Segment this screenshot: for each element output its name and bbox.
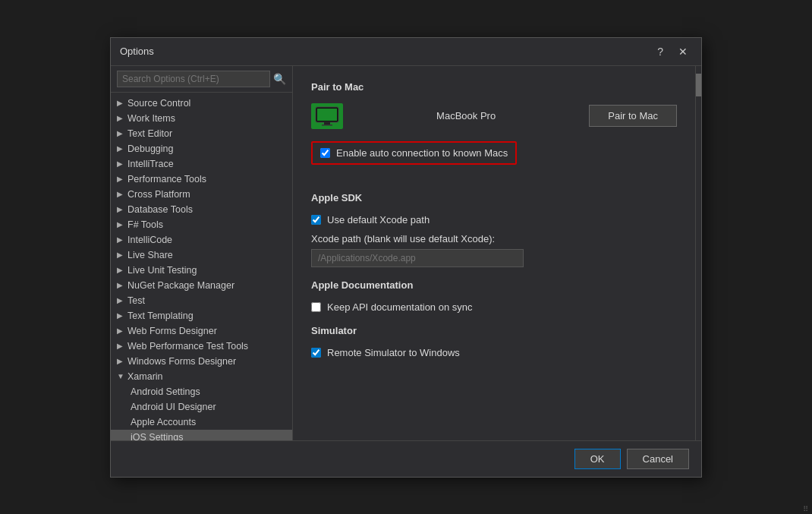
sidebar-item-label: Cross Platform: [127, 189, 190, 200]
keep-api-docs-label[interactable]: Keep API documentation on sync: [327, 301, 473, 313]
sidebar-item-text-editor[interactable]: ▶Text Editor: [111, 126, 292, 141]
sidebar-item-source-control[interactable]: ▶Source Control: [111, 96, 292, 111]
tree-arrow-icon: ▼: [117, 372, 124, 380]
sidebar-item-label: Android Settings: [131, 386, 200, 397]
simulator-title: Simulator: [311, 325, 677, 336]
sidebar-item-database-tools[interactable]: ▶Database Tools: [111, 202, 292, 217]
sidebar-item-label: Source Control: [127, 98, 190, 109]
auto-connect-label[interactable]: Enable auto connection to known Macs: [336, 147, 508, 159]
sidebar-item-label: iOS Settings: [131, 432, 183, 440]
sidebar-item-test[interactable]: ▶Test: [111, 293, 292, 308]
sidebar-item-label: Work Items: [127, 113, 175, 124]
pair-to-mac-button[interactable]: Pair to Mac: [589, 105, 677, 127]
tree-arrow-icon: ▶: [117, 114, 124, 122]
sidebar-item-web-performance-test-tools[interactable]: ▶Web Performance Test Tools: [111, 339, 292, 354]
search-input[interactable]: [117, 71, 270, 87]
tree-arrow-icon: ▶: [117, 357, 124, 365]
remote-sim-checkbox[interactable]: [311, 348, 321, 358]
sidebar-item-label: Text Templating: [127, 311, 194, 321]
sidebar-item-label: F# Tools: [127, 219, 163, 230]
tree-arrow-icon: ▶: [117, 296, 124, 304]
svg-rect-1: [317, 109, 337, 121]
sidebar-item-label: IntelliTrace: [127, 159, 174, 169]
sidebar-item-android-settings[interactable]: Android Settings: [111, 384, 292, 399]
resize-handle[interactable]: ⠿: [803, 505, 812, 514]
use-default-xcode-label[interactable]: Use default Xcode path: [327, 214, 430, 225]
help-button[interactable]: ?: [653, 44, 668, 59]
monitor-icon: [314, 106, 340, 126]
tree-arrow-icon: ▶: [117, 144, 124, 153]
tree-arrow-icon: ▶: [117, 190, 124, 198]
xcode-path-input[interactable]: [311, 249, 524, 267]
tree-arrow-icon: ▶: [117, 251, 124, 259]
apple-docs-title: Apple Documentation: [311, 279, 677, 291]
tree-arrow-icon: ▶: [117, 205, 124, 213]
sidebar-item-live-share[interactable]: ▶Live Share: [111, 248, 292, 263]
sidebar-item-label: NuGet Package Manager: [127, 280, 234, 291]
svg-rect-3: [322, 125, 332, 126]
sidebar-item-live-unit-testing[interactable]: ▶Live Unit Testing: [111, 263, 292, 278]
sidebar-item-label: Web Forms Designer: [127, 326, 217, 336]
content-area: Pair to Mac MacBook Pro Pair to Mac Enab…: [293, 66, 695, 440]
dialog-body: 🔍 ▶Source Control▶Work Items▶Text Editor…: [111, 66, 701, 440]
title-bar-controls: ? ✕: [653, 44, 692, 59]
mac-name: MacBook Pro: [355, 110, 577, 121]
use-default-xcode-row: Use default Xcode path: [311, 214, 677, 225]
sidebar-item-debugging[interactable]: ▶Debugging: [111, 141, 292, 156]
remote-sim-label[interactable]: Remote Simulator to Windows: [327, 347, 460, 358]
sidebar-item-windows-forms-designer[interactable]: ▶Windows Forms Designer: [111, 354, 292, 369]
sidebar-item-web-forms-designer[interactable]: ▶Web Forms Designer: [111, 323, 292, 339]
tree-arrow-icon: ▶: [117, 266, 124, 274]
tree-list: ▶Source Control▶Work Items▶Text Editor▶D…: [111, 93, 292, 440]
close-button[interactable]: ✕: [674, 44, 692, 59]
right-scrollbar[interactable]: [695, 66, 701, 440]
sidebar-item-work-items[interactable]: ▶Work Items: [111, 111, 292, 126]
options-dialog: Options ? ✕ 🔍 ▶Source Control▶Work Items…: [110, 37, 702, 478]
ok-button[interactable]: OK: [574, 449, 621, 469]
sidebar-item-f#-tools[interactable]: ▶F# Tools: [111, 217, 292, 232]
use-default-xcode-checkbox[interactable]: [311, 215, 321, 225]
sidebar-item-performance-tools[interactable]: ▶Performance Tools: [111, 172, 292, 187]
cancel-button[interactable]: Cancel: [627, 449, 689, 469]
sidebar-item-label: Web Performance Test Tools: [127, 341, 248, 352]
sidebar-item-label: Windows Forms Designer: [127, 356, 236, 367]
scrollbar-thumb: [696, 74, 701, 96]
xcode-path-label: Xcode path (blank will use default Xcode…: [311, 233, 677, 244]
sidebar-item-label: Live Unit Testing: [127, 265, 197, 276]
sidebar-item-label: Live Share: [127, 250, 173, 260]
svg-rect-2: [324, 122, 330, 125]
sidebar-item-label: Apple Accounts: [131, 417, 196, 427]
tree-arrow-icon: ▶: [117, 159, 124, 168]
tree-arrow-icon: ▶: [117, 175, 124, 183]
sidebar-item-apple-accounts[interactable]: Apple Accounts: [111, 415, 292, 430]
sidebar-item-intellitrace[interactable]: ▶IntelliTrace: [111, 156, 292, 172]
sidebar-item-label: Performance Tools: [127, 174, 206, 184]
sidebar: 🔍 ▶Source Control▶Work Items▶Text Editor…: [111, 66, 293, 440]
sidebar-item-nuget-package-manager[interactable]: ▶NuGet Package Manager: [111, 278, 292, 293]
sidebar-item-cross-platform[interactable]: ▶Cross Platform: [111, 187, 292, 202]
tree-arrow-icon: ▶: [117, 281, 124, 289]
tree-arrow-icon: ▶: [117, 220, 124, 229]
sidebar-item-intellicode[interactable]: ▶IntelliCode: [111, 232, 292, 248]
keep-api-docs-checkbox[interactable]: [311, 302, 321, 312]
sidebar-item-label: Android UI Designer: [131, 402, 216, 412]
sidebar-item-label: Test: [127, 295, 145, 306]
tree-arrow-icon: ▶: [117, 342, 124, 350]
dialog-title: Options: [120, 46, 154, 57]
keep-api-docs-row: Keep API documentation on sync: [311, 301, 677, 313]
sidebar-item-xamarin[interactable]: ▼Xamarin: [111, 369, 292, 384]
dialog-footer: OK Cancel ⠿: [111, 440, 701, 477]
search-icon-button[interactable]: 🔍: [273, 73, 286, 85]
sidebar-item-label: Debugging: [127, 143, 173, 154]
tree-arrow-icon: ▶: [117, 326, 124, 335]
tree-arrow-icon: ▶: [117, 129, 124, 137]
sidebar-item-android-ui-designer[interactable]: Android UI Designer: [111, 399, 292, 415]
sidebar-item-text-templating[interactable]: ▶Text Templating: [111, 308, 292, 323]
sidebar-item-label: IntelliCode: [127, 235, 172, 245]
title-bar: Options ? ✕: [111, 38, 701, 66]
sidebar-item-ios-settings[interactable]: iOS Settings: [111, 430, 292, 440]
mac-row: MacBook Pro Pair to Mac: [311, 103, 677, 129]
auto-connect-highlight-box: Enable auto connection to known Macs: [311, 141, 517, 165]
auto-connect-checkbox[interactable]: [320, 148, 330, 158]
pair-to-mac-title: Pair to Mac: [311, 81, 677, 93]
